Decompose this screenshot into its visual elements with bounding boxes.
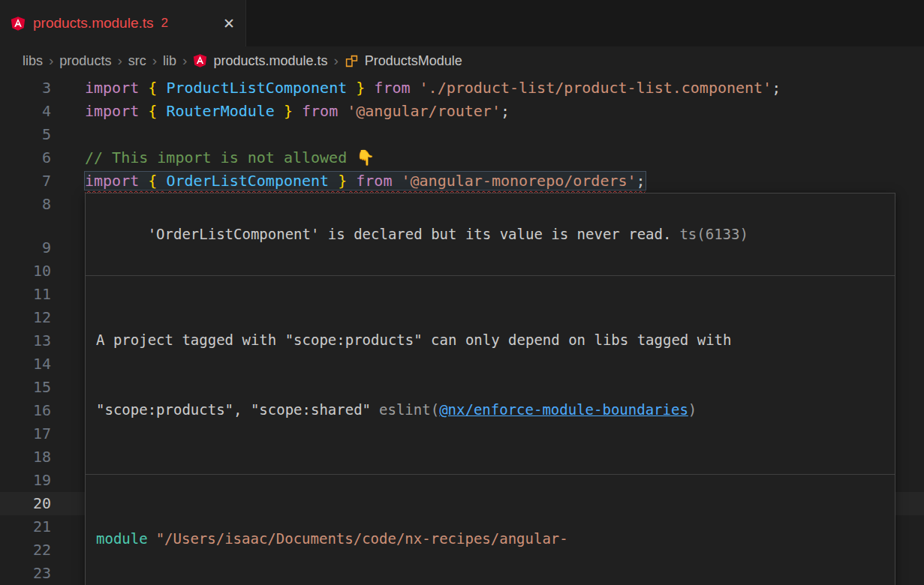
code-token: import (85, 79, 148, 97)
tab-products-module[interactable]: products.module.ts 2 ✕ (0, 0, 246, 46)
code-token: OrderListComponent (166, 172, 329, 190)
line-number[interactable]: 7 (0, 170, 51, 193)
line-number[interactable]: 14 (0, 352, 51, 376)
code-token: } (347, 79, 365, 97)
tab-problem-badge: 2 (161, 16, 168, 31)
line-number[interactable]: 16 (0, 399, 51, 422)
eslint-source-open: eslint( (379, 401, 439, 418)
code-line[interactable]: 5 (0, 123, 924, 146)
code-token: import (85, 102, 148, 120)
hover-eslint-message: A project tagged with "scope:products" c… (86, 276, 895, 475)
code-token: } (329, 172, 347, 190)
chevron-right-icon: › (117, 52, 122, 69)
ts-diagnostic-code: ts(6133) (679, 226, 748, 242)
breadcrumb-item-file[interactable]: products.module.ts (213, 53, 327, 69)
code-token: from (365, 79, 419, 97)
line-number[interactable]: 15 (0, 376, 51, 399)
breadcrumb-item-symbol[interactable]: ProductsModule (365, 53, 462, 69)
error-squiggle-range[interactable]: import { OrderListComponent } from '@ang… (85, 172, 646, 190)
eslint-source-close: ) (688, 401, 697, 418)
tab-bar: products.module.ts 2 ✕ (0, 0, 924, 46)
line-number[interactable]: 10 (0, 260, 51, 283)
code-token: ProductListComponent (166, 79, 347, 97)
line-number[interactable]: 23 (0, 562, 51, 585)
line-number[interactable]: 8 (0, 193, 51, 216)
code-token: // This import is not allowed 👇 (85, 148, 375, 166)
code-token: } (275, 102, 293, 120)
code-token: from (293, 102, 347, 120)
code-token: ; (772, 79, 781, 97)
code-text: import { OrderListComponent } from '@ang… (85, 170, 646, 193)
code-text: import { RouterModule } from '@angular/r… (85, 100, 510, 123)
angular-icon (193, 53, 207, 68)
module-keyword: module (96, 530, 148, 547)
code-token: ; (501, 102, 510, 120)
code-token: RouterModule (166, 102, 275, 120)
line-number[interactable]: 5 (0, 123, 51, 146)
code-line[interactable]: 7import { OrderListComponent } from '@an… (0, 170, 924, 193)
line-number[interactable]: 20 (0, 492, 51, 515)
breadcrumb-item-products[interactable]: products (59, 53, 111, 69)
chevron-right-icon: › (49, 52, 53, 69)
code-token: '@angular/router' (347, 102, 501, 120)
code-text: // This import is not allowed 👇 (85, 146, 375, 170)
breadcrumb-item-libs[interactable]: libs (23, 53, 43, 69)
line-number[interactable]: 17 (0, 422, 51, 446)
hover-ts-message: 'OrderListComponent' is declared but its… (86, 194, 895, 276)
code-editor[interactable]: 3import { ProductListComponent } from '.… (0, 75, 924, 585)
line-number[interactable]: 12 (0, 306, 51, 329)
code-text: import { ProductListComponent } from './… (85, 76, 781, 100)
breadcrumb-item-lib[interactable]: lib (163, 53, 176, 69)
close-icon[interactable]: ✕ (223, 15, 235, 32)
eslint-message-line1: A project tagged with "scope:products" c… (96, 332, 731, 348)
breadcrumb-item-src[interactable]: src (128, 53, 146, 69)
chevron-right-icon: › (333, 52, 338, 69)
module-path-line1: "/Users/isaac/Documents/code/nx-recipes/… (156, 530, 568, 547)
hover-module-info: module"/Users/isaac/Documents/code/nx-re… (86, 475, 895, 585)
code-token: from (347, 172, 401, 190)
hover-tooltip: 'OrderListComponent' is declared but its… (85, 193, 895, 585)
code-token: ; (637, 172, 646, 190)
code-line[interactable]: 3import { ProductListComponent } from '.… (0, 76, 924, 100)
line-number[interactable]: 4 (0, 100, 51, 123)
chevron-right-icon: › (182, 52, 187, 69)
code-token: '@angular-monorepo/orders' (401, 172, 636, 190)
line-number[interactable]: 21 (0, 515, 51, 538)
code-token: { (148, 79, 166, 97)
line-number[interactable]: 13 (0, 329, 51, 352)
eslint-message-line2: "scope:products", "scope:shared" (96, 401, 371, 418)
code-line[interactable]: 4import { RouterModule } from '@angular/… (0, 100, 924, 123)
code-line[interactable]: 6// This import is not allowed 👇 (0, 146, 924, 170)
line-number[interactable]: 18 (0, 446, 51, 469)
ts-diagnostic-text: 'OrderListComponent' is declared but its… (148, 226, 672, 242)
code-token: './product-list/product-list.component' (420, 79, 772, 97)
tab-title: products.module.ts (33, 15, 154, 32)
eslint-rule-link[interactable]: @nx/enforce-module-boundaries (439, 401, 688, 418)
code-token: { (148, 172, 166, 190)
line-number[interactable]: 22 (0, 538, 51, 562)
line-number[interactable]: 19 (0, 469, 51, 492)
code-token: import (85, 172, 148, 190)
line-number[interactable]: 9 (0, 236, 51, 260)
line-number[interactable]: 6 (0, 146, 51, 170)
breadcrumb: libs › products › src › lib › products.m… (0, 46, 924, 75)
line-number[interactable]: 11 (0, 283, 51, 306)
chevron-right-icon: › (152, 52, 157, 69)
class-symbol-icon (345, 54, 359, 68)
angular-icon (11, 16, 26, 32)
line-number[interactable]: 3 (0, 76, 51, 100)
code-token: { (148, 102, 166, 120)
